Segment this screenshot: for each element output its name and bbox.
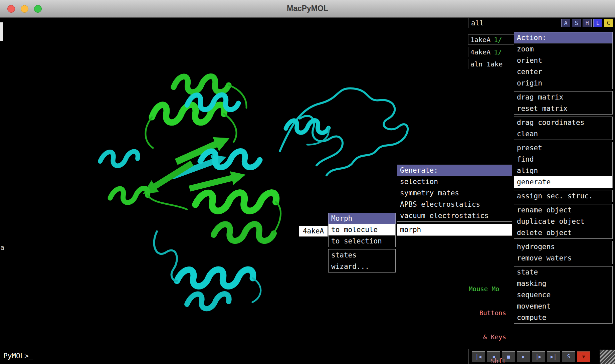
morph-group-target: to molecule to selection: [328, 224, 396, 247]
action-menu: Action: zoom orient center origin drag m…: [514, 32, 613, 324]
action-group-chem: hydrogens remove waters: [514, 241, 613, 264]
menu-item-morph[interactable]: morph: [397, 224, 512, 235]
menu-item-apbs-electrostatics[interactable]: APBS electrostatics: [397, 199, 512, 210]
object-row-1akeA[interactable]: 1akeA 1/: [468, 34, 515, 45]
mouse-shft-label: Shft: [469, 357, 506, 364]
menu-item-symmetry-mates[interactable]: symmetry mates: [397, 187, 512, 199]
menu-item-vacuum-electrostatics[interactable]: vacuum electrostatics: [397, 210, 512, 221]
action-group-secstruc: assign sec. struc.: [514, 190, 613, 202]
background-window-artifact: [0, 22, 3, 41]
mouse-keys-label: & Keys: [469, 333, 506, 341]
menu-item-states[interactable]: states: [329, 249, 395, 261]
menu-item-to-selection[interactable]: to selection: [329, 235, 395, 247]
action-group-tools: preset find align generate: [514, 142, 613, 188]
object-name: aln_1ake: [470, 60, 502, 68]
menu-item-movement[interactable]: movement: [514, 301, 612, 312]
menu-item-state[interactable]: state: [514, 266, 612, 278]
generate-group-morph: morph: [397, 224, 512, 236]
window-title: MacPyMOL: [0, 4, 615, 13]
command-line-input[interactable]: PyMOL>_: [3, 352, 33, 360]
menu-item-assign-sec-struc[interactable]: assign sec. struc.: [514, 190, 612, 202]
menu-item-clean[interactable]: clean: [514, 128, 612, 140]
menu-item-generate[interactable]: generate: [514, 176, 612, 188]
menu-item-rename-object[interactable]: rename object: [514, 204, 612, 216]
object-all-label[interactable]: all: [468, 19, 561, 27]
morph-group-options: states wizard...: [328, 249, 396, 272]
object-state: 1/: [494, 48, 502, 56]
action-group-object: rename object duplicate object delete ob…: [514, 204, 613, 239]
object-row-4akeA[interactable]: 4akeA 1/: [468, 47, 515, 57]
menu-item-align[interactable]: align: [514, 165, 612, 176]
menu-item-drag-matrix[interactable]: drag matrix: [514, 92, 612, 103]
menu-item-morph-target-4akeA[interactable]: 4akeA: [299, 226, 328, 237]
menu-item-origin[interactable]: origin: [514, 77, 612, 89]
menu-item-zoom[interactable]: zoom: [514, 43, 612, 55]
menu-item-wizard[interactable]: wizard...: [329, 261, 395, 272]
menu-item-remove-waters[interactable]: remove waters: [514, 252, 612, 264]
menu-item-delete-object[interactable]: delete object: [514, 227, 612, 238]
action-group-coords: drag coordinates clean: [514, 117, 613, 140]
object-row-aln-1ake[interactable]: aln_1ake: [468, 59, 515, 69]
menu-item-to-molecule[interactable]: to molecule: [329, 224, 395, 235]
menu-item-center[interactable]: center: [514, 66, 612, 77]
object-state: 1/: [494, 36, 502, 44]
generate-group-main: selection symmetry mates APBS electrosta…: [397, 176, 512, 222]
menu-item-compute[interactable]: compute: [514, 312, 612, 323]
show-menu-button[interactable]: S: [572, 19, 581, 27]
morph-menu-title: Morph: [328, 213, 396, 224]
action-menu-title: Action:: [514, 32, 613, 43]
menu-item-drag-coordinates[interactable]: drag coordinates: [514, 117, 612, 128]
action-menu-button[interactable]: A: [561, 19, 570, 27]
label-menu-button[interactable]: L: [593, 19, 602, 27]
menu-item-sequence[interactable]: sequence: [514, 289, 612, 301]
edge-artifact-text: a: [0, 243, 4, 251]
menu-item-hydrogens[interactable]: hydrogens: [514, 241, 612, 252]
generate-menu-title: Generate:: [397, 165, 512, 176]
object-panel-header: all A S H L C: [468, 18, 615, 28]
menu-item-duplicate-object[interactable]: duplicate object: [514, 216, 612, 227]
action-group-matrix: drag matrix reset matrix: [514, 91, 613, 115]
object-name: 4akeA: [470, 48, 490, 56]
menu-item-masking[interactable]: masking: [514, 278, 612, 289]
action-group-misc: state masking sequence movement compute: [514, 266, 613, 324]
menu-item-reset-matrix[interactable]: reset matrix: [514, 103, 612, 114]
menu-item-orient[interactable]: orient: [514, 55, 612, 66]
ashlc-buttons: A S H L C: [561, 19, 615, 27]
action-group-view: zoom orient center origin: [514, 43, 613, 89]
color-menu-button[interactable]: C: [604, 19, 613, 27]
hide-menu-button[interactable]: H: [583, 19, 592, 27]
morph-menu: Morph to molecule to selection states wi…: [328, 213, 396, 272]
mouse-buttons-label: Buttons: [469, 309, 506, 317]
menu-item-selection[interactable]: selection: [397, 176, 512, 187]
menu-item-preset[interactable]: preset: [514, 142, 612, 154]
object-name: 1akeA: [470, 36, 490, 44]
titlebar: MacPyMOL: [0, 0, 615, 18]
generate-menu: Generate: selection symmetry mates APBS …: [397, 165, 512, 236]
menu-item-find[interactable]: find: [514, 154, 612, 165]
